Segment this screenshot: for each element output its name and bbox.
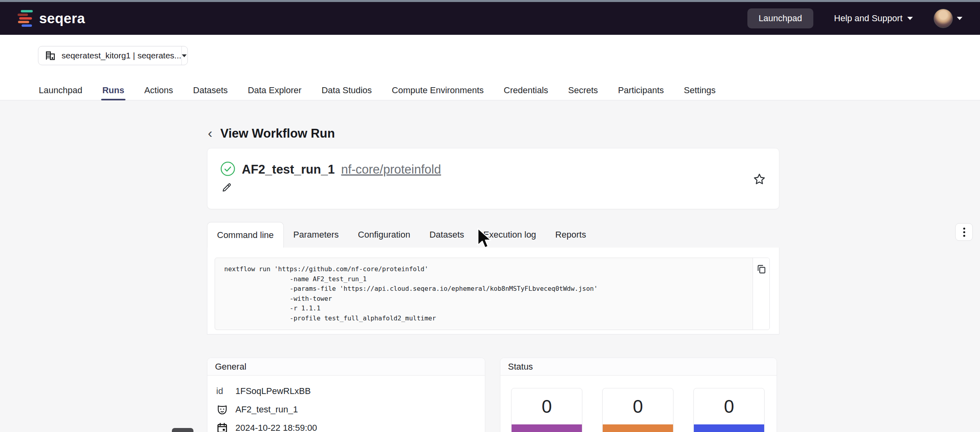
tab-command-line[interactable]: Command line	[207, 222, 284, 248]
run-name: AF2_test_run_1	[242, 162, 335, 177]
chevron-down-icon	[957, 17, 962, 20]
tab-datasets[interactable]: Datasets	[420, 222, 474, 248]
more-options-button[interactable]	[955, 223, 973, 241]
pending-band: pending	[512, 424, 582, 432]
general-row-run-name: AF2_test_run_1	[216, 400, 477, 419]
submitted-band: submitted	[603, 424, 673, 432]
run-title-row: AF2_test_run_1 nf-core/proteinfold	[220, 161, 441, 178]
seqera-app-window: seqera Launchpad Help and Support	[0, 0, 980, 432]
back-button[interactable]: ‹	[208, 126, 212, 141]
code-line: -with-tower	[224, 294, 753, 304]
seqera-logo-icon	[18, 9, 34, 28]
code-line: -params-file 'https://api.cloud.seqera.i…	[224, 284, 753, 294]
run-summary-card: AF2_test_run_1 nf-core/proteinfold	[207, 148, 779, 209]
status-counter-pending: 0 pending	[511, 388, 582, 432]
nav-tab-settings[interactable]: Settings	[684, 80, 716, 100]
general-card: General id 1FSoqLPewRLxBB AF	[207, 358, 485, 432]
copy-column	[753, 258, 769, 330]
run-detail-tabs: Command line Parameters Configuration Da…	[207, 222, 596, 248]
nav-tab-data-explorer[interactable]: Data Explorer	[248, 80, 302, 100]
command-line-text: nextflow run 'https://github.com/nf-core…	[215, 258, 753, 330]
code-line: -name AF2_test_run_1	[224, 274, 753, 284]
general-rows: id 1FSoqLPewRLxBB AF2_test_run_1	[207, 376, 485, 432]
nav-tab-credentials[interactable]: Credentials	[504, 80, 548, 100]
running-band: running	[694, 424, 764, 432]
status-counters: 0 pending 0 submitted 0 running	[500, 376, 777, 432]
edit-run-name-button[interactable]	[221, 182, 232, 195]
page-body: ‹ View Workflow Run AF2_test_run_1 nf-co…	[0, 100, 980, 432]
launchpad-button[interactable]: Launchpad	[747, 8, 813, 28]
seqera-brand-link[interactable]: seqera	[18, 9, 85, 28]
pending-count: 0	[512, 388, 582, 424]
page-head: ‹ View Workflow Run	[208, 126, 335, 141]
navbar-right-group: Launchpad Help and Support	[747, 8, 962, 28]
run-name-value: AF2_test_run_1	[235, 404, 298, 415]
status-counter-submitted: 0 submitted	[602, 388, 673, 432]
organization-icon	[45, 50, 56, 61]
workspace-selector[interactable]: seqeratest_kitorg1 | seqerates...	[38, 46, 188, 65]
nav-tab-data-studios[interactable]: Data Studios	[321, 80, 372, 100]
star-run-button[interactable]	[753, 172, 766, 188]
tab-parameters[interactable]: Parameters	[284, 222, 349, 248]
workspace-selector-label: seqeratest_kitorg1 | seqerates...	[62, 51, 181, 60]
nav-tab-secrets[interactable]: Secrets	[568, 80, 598, 100]
nav-tab-actions[interactable]: Actions	[144, 80, 173, 100]
copy-button[interactable]	[756, 264, 767, 275]
user-profile-menu[interactable]	[934, 9, 962, 28]
code-line: -r 1.1.1	[224, 304, 753, 314]
tab-configuration[interactable]: Configuration	[349, 222, 420, 248]
command-line-code-block: nextflow run 'https://github.com/nf-core…	[215, 258, 770, 330]
nav-tab-launchpad[interactable]: Launchpad	[39, 80, 82, 100]
general-row-date: 2024-10-22 18:59:00	[216, 419, 477, 432]
tab-execution-log[interactable]: Execution log	[474, 222, 546, 248]
id-label: id	[216, 386, 235, 396]
status-counter-running: 0 running	[693, 388, 765, 432]
pipeline-link[interactable]: nf-core/proteinfold	[341, 162, 441, 177]
workspace-header-bar: seqeratest_kitorg1 | seqerates...	[0, 35, 980, 80]
run-date-value: 2024-10-22 18:59:00	[235, 423, 317, 432]
top-navbar: seqera Launchpad Help and Support	[0, 2, 980, 35]
help-menu-label: Help and Support	[834, 13, 902, 24]
tab-reports[interactable]: Reports	[546, 222, 596, 248]
run-id-value: 1FSoqLPewRLxBB	[235, 386, 311, 396]
nav-tab-compute-environments[interactable]: Compute Environments	[392, 80, 484, 100]
general-row-id: id 1FSoqLPewRLxBB	[216, 382, 477, 400]
nav-tab-runs[interactable]: Runs	[102, 80, 124, 100]
workspace-nav-tabs: Launchpad Runs Actions Datasets Data Exp…	[0, 80, 980, 100]
general-card-header: General	[207, 358, 485, 376]
page-title: View Workflow Run	[220, 126, 335, 141]
run-name-mask-icon	[216, 404, 235, 416]
success-status-icon	[220, 161, 235, 178]
submitted-count: 0	[603, 388, 673, 424]
status-card: Status 0 pending 0 submitted 0 running	[500, 358, 777, 432]
running-count: 0	[694, 388, 764, 424]
code-line: -profile test_full_alphafold2_multimer	[224, 314, 753, 324]
nav-tab-datasets[interactable]: Datasets	[193, 80, 228, 100]
user-avatar	[934, 9, 953, 28]
calendar-icon	[216, 422, 235, 432]
brand-name: seqera	[39, 10, 85, 26]
help-and-support-menu[interactable]: Help and Support	[834, 13, 913, 24]
nav-tab-participants[interactable]: Participants	[618, 80, 664, 100]
status-card-header: Status	[500, 358, 777, 376]
command-line-panel: nextflow run 'https://github.com/nf-core…	[207, 248, 779, 334]
chevron-down-icon	[907, 17, 913, 20]
dock-peek	[172, 428, 193, 432]
code-line: nextflow run 'https://github.com/nf-core…	[224, 264, 753, 274]
workspace-caret	[181, 54, 187, 57]
